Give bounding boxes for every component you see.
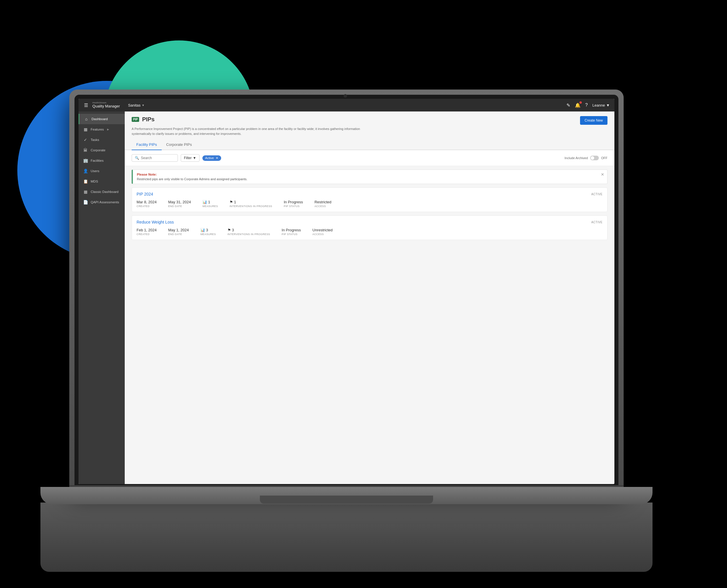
sidebar-item-dashboard[interactable]: ⌂ Dashboard (79, 114, 125, 124)
pip-card-1-pip-status: In Progress PIP STATUS (284, 200, 303, 208)
sidebar-label-users: Users (91, 169, 99, 173)
pip-card-1: PIP 2024 ACTIVE Mar 8, 2024 CREATED (132, 187, 607, 212)
filters-bar: 🔍 Filter ▼ Active ✕ (125, 150, 614, 166)
pip-card-1-measures-label: MEASURES (202, 205, 218, 208)
users-icon: 👤 (83, 169, 88, 173)
sidebar-item-mds[interactable]: 📋 MDS (79, 176, 125, 187)
pip-card-1-access-value: Restricted (315, 200, 332, 204)
logo-small-text: HealthStream (92, 102, 120, 104)
pip-card-1-created-value: Mar 8, 2024 (136, 200, 156, 204)
pip-card-1-access: Restricted ACCESS (315, 200, 332, 208)
edit-icon[interactable]: ✎ (566, 103, 570, 108)
app-container: ☰ HealthStream Quality Manager Sanitas ▼… (79, 99, 614, 484)
sidebar-item-qapi[interactable]: 📄 QAPI Assessments (79, 197, 125, 207)
sidebar-item-tasks[interactable]: ✓ Tasks (79, 134, 125, 145)
measures-icon: 📊 (202, 200, 207, 204)
note-text: Restricted pips are only visible to Corp… (137, 177, 603, 181)
create-new-button[interactable]: Create New (580, 116, 607, 125)
pip-card-2-access-value: Unrestricted (313, 228, 333, 232)
user-menu[interactable]: Leanne ▼ (593, 103, 610, 107)
filter-label: Filter (184, 156, 192, 160)
pip-card-2-measures: 📊 3 MEASURES (200, 228, 216, 236)
active-filter-badge[interactable]: Active ✕ (202, 155, 221, 161)
sidebar-label-tasks: Tasks (91, 138, 99, 142)
facilities-icon: 🏢 (83, 158, 88, 163)
pip-header: PIP PIPs Create New (132, 116, 607, 125)
tab-corporate-pips[interactable]: Corporate PIPs (162, 140, 197, 150)
pip-card-2-end-value: May 1, 2024 (168, 228, 189, 232)
pip-description: A Performance Improvement Project (PIP) … (132, 126, 363, 136)
pip-card-2-end-label: END DATE (168, 233, 189, 236)
logo-area: HealthStream Quality Manager (92, 102, 120, 109)
pip-card-2-interventions: ⚑ 3 INTERVENTIONS IN PROGRESS (228, 228, 270, 236)
pip-card-1-interventions-value: ⚑ 1 (230, 200, 272, 204)
pip-card-1-status: ACTIVE (591, 193, 603, 196)
pip-card-1-pip-status-value: In Progress (284, 200, 303, 204)
active-badge-label: Active (205, 156, 214, 160)
pip-card-1-measures-value: 📊 1 (202, 200, 218, 204)
pip-card-2-measures-label: MEASURES (200, 233, 216, 236)
content-area: PIP PIPs Create New A Performance Improv… (125, 111, 614, 484)
classic-dashboard-icon: ▦ (83, 189, 88, 194)
pip-title: PIPs (142, 116, 154, 123)
measures-icon-2: 📊 (200, 228, 205, 232)
tab-facility-pips[interactable]: Facility PIPs (132, 140, 162, 150)
help-icon[interactable]: ? (585, 103, 588, 108)
features-icon: ▦ (83, 127, 88, 132)
hamburger-menu[interactable]: ☰ (83, 103, 89, 108)
filter-button[interactable]: Filter ▼ (181, 154, 199, 162)
tabs-bar: Facility PIPs Corporate PIPs (125, 140, 614, 150)
sidebar: ⌂ Dashboard ▦ Features ▶ ✓ Tasks (79, 111, 125, 484)
sidebar-item-facilities[interactable]: 🏢 Facilities (79, 155, 125, 166)
laptop-keyboard (40, 503, 653, 572)
pip-card-2-pip-status-value: In Progress (282, 228, 301, 232)
sidebar-label-mds: MDS (91, 180, 98, 183)
corporate-icon: 🏛 (83, 148, 88, 152)
search-box[interactable]: 🔍 (132, 154, 178, 162)
laptop-bezel: ☰ HealthStream Quality Manager Sanitas ▼… (74, 95, 618, 488)
org-name: Sanitas (128, 103, 140, 107)
interventions-icon: ⚑ (230, 200, 233, 204)
pip-card-2-pip-status-label: PIP STATUS (282, 233, 301, 236)
pip-card-1-title[interactable]: PIP 2024 (136, 192, 153, 196)
qapi-icon: 📄 (83, 200, 88, 205)
note-close-icon[interactable]: ✕ (601, 172, 604, 177)
main-layout: ⌂ Dashboard ▦ Features ▶ ✓ Tasks (79, 111, 614, 484)
note-title: Please Note: (137, 173, 603, 176)
sidebar-label-qapi: QAPI Assessments (91, 201, 119, 204)
laptop-shell: ☰ HealthStream Quality Manager Sanitas ▼… (69, 89, 624, 488)
laptop-screen: ☰ HealthStream Quality Manager Sanitas ▼… (79, 99, 614, 484)
sidebar-label-facilities: Facilities (91, 159, 104, 162)
pip-card-1-meta: Mar 8, 2024 CREATED May 31, 2024 END DAT… (136, 200, 603, 208)
sidebar-label-classic-dashboard: Classic Dashboard (91, 190, 119, 193)
pip-card-2: Reduce Weight Loss ACTIVE Feb 1, 2024 CR… (132, 215, 607, 240)
features-arrow-icon: ▶ (107, 128, 109, 131)
active-badge-remove-icon[interactable]: ✕ (216, 156, 218, 160)
pip-card-2-created: Feb 1, 2024 CREATED (136, 228, 156, 236)
sidebar-item-corporate[interactable]: 🏛 Corporate (79, 145, 125, 155)
pip-card-1-pip-status-label: PIP STATUS (284, 205, 303, 208)
sidebar-item-users[interactable]: 👤 Users (79, 166, 125, 176)
sidebar-item-classic-dashboard[interactable]: ▦ Classic Dashboard (79, 187, 125, 197)
user-arrow-icon: ▼ (606, 103, 610, 107)
search-input[interactable] (141, 156, 170, 160)
pip-card-1-measures: 📊 1 MEASURES (202, 200, 218, 208)
pip-badge: PIP (132, 117, 139, 122)
org-selector[interactable]: Sanitas ▼ (128, 103, 144, 107)
pip-card-2-title[interactable]: Reduce Weight Loss (136, 220, 174, 225)
pip-card-2-pip-status: In Progress PIP STATUS (282, 228, 301, 236)
pip-card-1-created: Mar 8, 2024 CREATED (136, 200, 156, 208)
mds-icon: 📋 (83, 179, 88, 184)
include-archived-toggle[interactable] (590, 156, 599, 160)
sidebar-label-features: Features (91, 128, 104, 131)
pip-card-1-access-label: ACCESS (315, 205, 332, 208)
app-name: Quality Manager (92, 104, 120, 109)
bell-icon[interactable]: 🔔 (575, 103, 581, 108)
pip-card-2-header: Reduce Weight Loss ACTIVE (136, 220, 603, 225)
pip-card-1-end-label: END DATE (168, 205, 191, 208)
pip-card-2-meta: Feb 1, 2024 CREATED May 1, 2024 END DATE (136, 228, 603, 236)
pip-card-2-access-label: ACCESS (313, 233, 333, 236)
topbar: ☰ HealthStream Quality Manager Sanitas ▼… (79, 99, 614, 111)
pip-card-1-interventions: ⚑ 1 INTERVENTIONS IN PROGRESS (230, 200, 272, 208)
sidebar-item-features[interactable]: ▦ Features ▶ (79, 124, 125, 134)
